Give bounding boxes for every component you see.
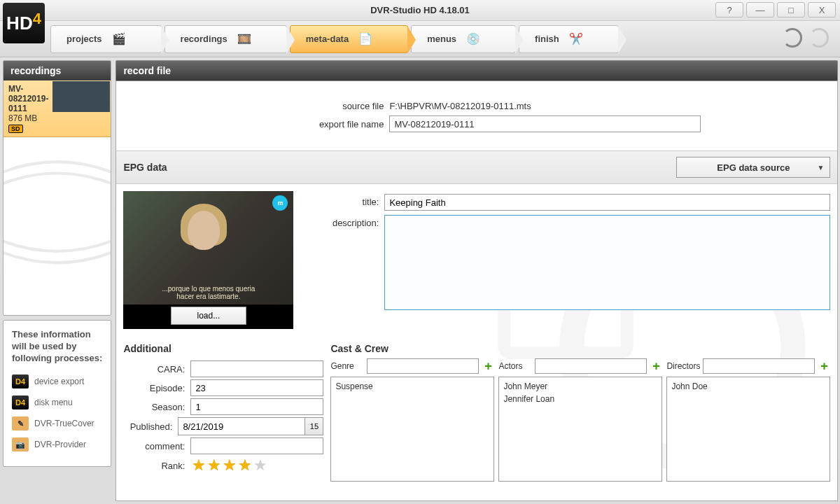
genre-input[interactable] [367,358,479,374]
list-item[interactable]: John Doe [671,380,825,393]
hd4-icon: D4 [12,374,29,388]
genre-label: Genre [330,361,364,371]
add-genre-button[interactable]: + [482,360,494,372]
close-button[interactable]: X [808,2,836,18]
clapperboard-icon: 🎬 [109,29,129,49]
redo-icon[interactable] [809,28,829,48]
star-icon[interactable]: ★ [238,456,252,475]
step-finish[interactable]: finish✂️ [519,25,619,53]
step-menus[interactable]: menus💿 [411,25,516,53]
process-provider: 📷DVR-Provider [12,438,102,451]
hd4-icon: D4 [12,396,29,410]
recordings-panel: recordings MV-08212019-0111 876 MB SD [3,60,111,316]
app-title: DVR-Studio HD 4.18.01 [0,5,840,15]
filmstrip-watermark [4,137,111,315]
directors-list[interactable]: John Doe [666,377,830,482]
rank-stars[interactable]: ★ ★ ★ ★ ★ [190,456,267,475]
info-heading: These information will be used by follow… [12,329,102,365]
reel-icon: 🎞️ [234,29,254,49]
pencil-icon: ✎ [12,416,29,430]
list-item[interactable]: Suspense [335,380,489,393]
load-button[interactable]: load... [171,307,246,325]
additional-heading: Additional [123,343,323,354]
step-projects[interactable]: projects🎬 [50,25,162,53]
record-file-heading: record file [115,60,838,81]
app-logo: HD4 [3,3,45,43]
rank-label: Rank: [123,461,190,471]
published-label: Published: [123,421,178,432]
calendar-icon: 15 [310,422,318,430]
directors-label: Directors [666,361,700,371]
chevron-down-icon: ▼ [817,164,824,172]
source-file-label: source file [123,101,389,111]
undo-icon[interactable] [783,28,802,48]
recording-thumbnail [52,81,110,112]
help-button[interactable]: ? [715,2,743,18]
add-director-button[interactable]: + [818,360,830,372]
star-icon[interactable]: ★ [223,456,237,475]
workflow-steps: projects🎬 recordings🎞️ meta-data📄 menus💿… [0,21,840,57]
recording-item[interactable]: MV-08212019-0111 876 MB SD [4,80,111,137]
recordings-heading: recordings [4,61,111,80]
process-device-export: D4device export [12,374,102,388]
export-name-input[interactable] [389,115,701,132]
actors-label: Actors [498,361,532,371]
star-icon[interactable]: ★ [192,456,206,475]
process-disk-menu: D4disk menu [12,396,102,410]
info-panel: These information will be used by follow… [3,320,111,467]
published-input[interactable] [178,419,304,434]
episode-label: Episode: [123,383,190,393]
disc-icon: 💿 [463,29,483,49]
directors-input[interactable] [703,358,815,374]
star-icon[interactable]: ★ [253,456,267,475]
export-name-label: export file name [123,119,389,130]
step-recordings[interactable]: recordings🎞️ [164,25,287,53]
star-icon[interactable]: ★ [207,456,221,475]
list-item[interactable]: John Meyer [503,380,657,393]
actors-input[interactable] [535,358,647,374]
minimize-button[interactable]: — [746,2,774,18]
calendar-button[interactable]: 15 [304,418,323,435]
source-file-value: F:\HBPVR\MV-08212019-0111.mts [389,101,531,111]
title-bar: DVR-Studio HD 4.18.01 ? — □ X [0,0,840,21]
video-preview: ...porque lo que menos queria hacer era … [123,191,293,329]
add-actor-button[interactable]: + [650,360,662,372]
episode-input[interactable] [190,379,323,396]
season-input[interactable] [190,398,323,415]
document-icon: 📄 [356,29,375,49]
description-label: description: [300,215,384,228]
camera-icon: 📷 [12,438,29,451]
actors-list[interactable]: John MeyerJennifer Loan [498,377,662,482]
list-item[interactable]: Jennifer Loan [503,393,657,405]
maximize-button[interactable]: □ [777,2,805,18]
epg-section-title: EPG data [123,162,167,173]
title-label: title: [300,194,384,207]
cast-crew-heading: Cast & Crew [330,343,388,354]
recording-size: 876 MB [8,113,48,123]
title-input[interactable] [384,194,830,211]
process-truecover: ✎DVR-TrueCover [12,416,102,430]
description-input[interactable] [384,215,830,310]
genre-list[interactable]: Suspense [330,377,494,482]
step-metadata[interactable]: meta-data📄 [290,25,408,53]
recording-name: MV-08212019-0111 [8,84,48,113]
cara-input[interactable] [190,360,323,377]
comment-label: comment: [123,441,190,451]
cara-label: CARA: [123,364,190,374]
sd-badge: SD [8,125,23,133]
comment-input[interactable] [190,438,323,454]
season-label: Season: [123,402,190,412]
scissors-icon: ✂️ [566,29,586,49]
epg-data-source-dropdown[interactable]: EPG data source▼ [676,157,830,178]
